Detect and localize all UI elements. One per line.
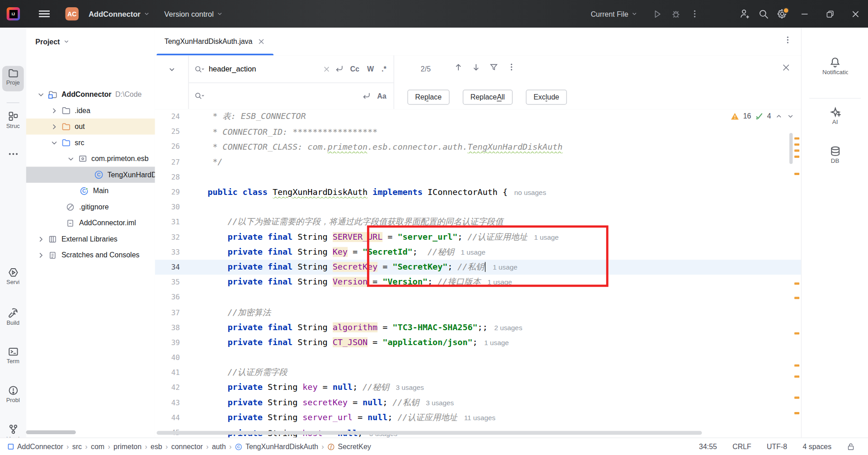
sidebar-item-structure[interactable]: Struc [0,111,26,129]
main-menu-icon[interactable] [33,5,55,24]
regex-toggle[interactable]: .* [380,65,388,73]
filter-search-results-button[interactable] [489,62,498,71]
tree-item-package[interactable]: com.primeton.esb [26,151,155,167]
sidebar-item-problems[interactable]: Probl [0,385,26,403]
tree-item-external-libraries[interactable]: External Libraries [26,231,155,247]
chevron-right-icon[interactable] [35,251,47,260]
lock-icon[interactable] [847,442,854,450]
error-stripe-mark[interactable] [794,297,799,299]
horizontal-scrollbar[interactable] [157,431,702,435]
breadcrumb-item[interactable]: fSecretKey [327,442,371,450]
tab-options-button[interactable] [783,35,793,44]
error-stripe-mark[interactable] [794,365,799,367]
tree-item-root[interactable]: AddConnectorD:\Code [26,86,155,103]
whole-words-toggle[interactable]: W [365,65,375,73]
project-horizontal-scrollbar[interactable] [26,430,76,434]
code-line[interactable]: 28 [155,169,801,184]
code-line[interactable]: 32 private final String SERVER_URL = "se… [155,230,801,245]
code-line[interactable]: 43 private String secretKey = null; //私钥… [155,395,801,410]
code-line[interactable]: 24 * 表: ESB_CONNECTOR [155,109,801,124]
code-line[interactable]: 38 private final String algorithm = "TC3… [155,320,801,335]
error-stripe-mark[interactable] [794,282,799,284]
code-line[interactable]: 27 */ [155,154,801,169]
breadcrumb-item[interactable]: src [72,442,82,450]
error-stripe-mark[interactable] [794,156,799,158]
error-stripe-mark[interactable] [794,143,799,146]
breadcrumb-item[interactable]: CTengXunHardDiskAuth [235,442,318,450]
next-occurrence-button[interactable] [472,62,481,72]
code-line[interactable]: 25 * CONNECTOR_ID: ***************** [155,124,801,139]
chevron-down-icon[interactable] [35,90,47,99]
sidebar-item-services[interactable]: Servi [0,267,26,285]
chevron-up-icon[interactable] [775,112,783,120]
code-line[interactable]: 37 //加密算法 [155,305,801,320]
vcs-widget[interactable]: Version control [160,9,228,18]
code-line[interactable]: 30 [155,199,801,214]
line-separator[interactable]: CRLF [732,442,751,450]
code-line[interactable]: 26 * CONNECTOR_CLASS: com.primeton.esb.c… [155,139,801,154]
tree-item-gitignore[interactable]: .gitignore [26,199,155,215]
tree-item-class-main[interactable]: CMain [26,183,155,199]
error-stripe-mark[interactable] [794,412,799,414]
close-find-panel-button[interactable] [782,64,790,71]
replace-all-button[interactable]: Replace All [462,90,512,104]
code-line[interactable]: 36 [155,290,801,305]
sidebar-item-terminal[interactable]: Term [0,346,26,364]
code-line[interactable]: 31 //以下为验证需要的字段，将通过此字段值获取界面配置的同名认证字段值 [155,214,801,229]
tree-item-out[interactable]: out [26,118,155,135]
code-line[interactable]: 29public class TengXunHardDiskAuth imple… [155,185,801,199]
tree-item-idea[interactable]: .idea [26,103,155,119]
settings-button[interactable] [773,5,792,24]
code-line[interactable]: 44 private String server_url = null; //认… [155,410,801,425]
error-stripe-mark[interactable] [794,173,799,175]
code-with-me-button[interactable] [735,5,754,24]
more-actions-button[interactable] [685,5,704,24]
chevron-down-icon[interactable] [65,154,77,163]
editor-tab[interactable]: TengXunHardDiskAuth.java [157,28,273,55]
match-case-toggle[interactable]: Cc [349,65,361,73]
newline-icon[interactable] [335,65,344,73]
code-line[interactable]: 39 private final String CT_JSON = "appli… [155,335,801,350]
sidebar-item-ai-assistant[interactable]: AI [802,107,868,125]
window-close-button[interactable] [843,0,868,28]
code-line[interactable]: 35 private final String Version = "Versi… [155,275,801,289]
search-everywhere-button[interactable] [754,5,773,24]
code-line[interactable]: 40 [155,350,801,365]
file-encoding[interactable]: UTF-8 [767,442,787,450]
sidebar-item-database[interactable]: DB [802,146,868,164]
previous-occurrence-button[interactable] [454,62,463,72]
run-button[interactable] [648,5,667,24]
sidebar-item-more[interactable] [0,148,26,159]
chevron-down-icon[interactable] [787,112,794,120]
search-input[interactable]: header_action [209,65,319,73]
breadcrumb-item[interactable]: AddConnector [7,442,63,450]
indent-style[interactable]: 4 spaces [802,442,831,450]
replace-button[interactable]: Replace [407,90,449,104]
sidebar-item-build[interactable]: Build [0,308,26,326]
caret-position[interactable]: 34:55 [699,442,717,450]
code-line[interactable]: 41 //认证所需字段 [155,365,801,380]
error-stripe[interactable] [794,109,801,437]
code-line[interactable]: 33 private final String Key = "SecretId"… [155,245,801,260]
breadcrumb-item[interactable]: connector [171,442,203,450]
window-restore-button[interactable] [817,0,842,28]
preserve-case-toggle[interactable]: Aa [376,92,388,100]
breadcrumb-item[interactable]: primeton [113,442,142,450]
chevron-right-icon[interactable] [48,122,61,131]
search-options-menu-button[interactable] [507,62,516,71]
chevron-down-icon[interactable] [48,138,61,147]
code-line[interactable]: 42 private String key = null; //秘钥3 usag… [155,380,801,395]
run-configuration-selector[interactable]: Current File [591,9,638,18]
vertical-scrollbar[interactable] [789,133,793,164]
tree-item-iml[interactable]: AddConnector.iml [26,215,155,231]
replace-field[interactable]: Aa [189,83,394,109]
clear-search-icon[interactable] [324,66,330,72]
chevron-right-icon[interactable] [35,235,47,244]
code-editor[interactable]: 24 * 表: ESB_CONNECTOR25 * CONNECTOR_ID: … [155,109,801,437]
code-line[interactable]: 34 private final String SecretKey = "Sec… [155,260,801,275]
chevron-right-icon[interactable] [48,106,61,115]
exclude-button[interactable]: Exclude [526,90,567,104]
project-widget[interactable]: AddConnector [84,9,154,18]
window-minimize-button[interactable] [792,0,817,28]
error-stripe-mark[interactable] [794,332,799,335]
